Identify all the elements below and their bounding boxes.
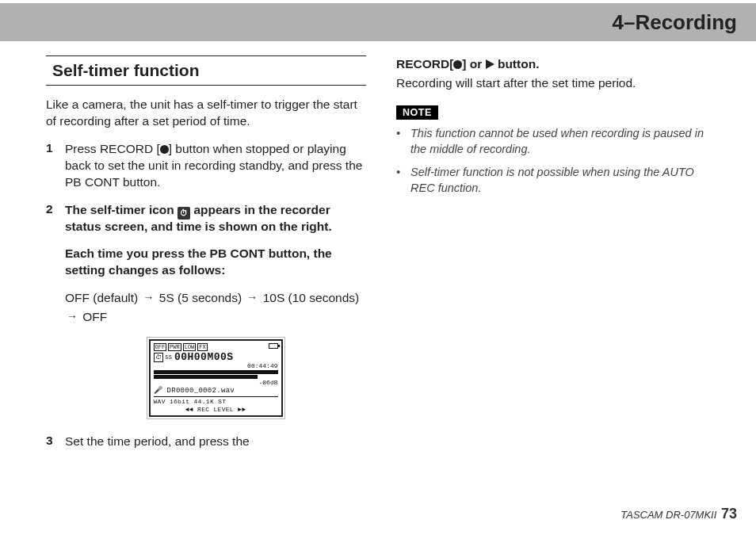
lcd-meter-r: [154, 375, 258, 379]
lcd-inner: OFF PWR LOW FX ⏱ 5S 00H00M00S: [149, 339, 283, 417]
lcd-timer-icon: ⏱: [154, 353, 163, 362]
lcd-file: 🎤 DR0000_0002.wav: [154, 387, 278, 395]
right-line-2: Recording will start after the set time …: [396, 76, 716, 90]
arrow-icon: →: [67, 308, 78, 325]
notes-list: • This function cannot be used when reco…: [396, 126, 716, 196]
section-heading: Self-timer function: [52, 61, 360, 80]
section-heading-box: Self-timer function: [46, 55, 366, 86]
steps-list: 1 Press RECORD [] button when stopped or…: [46, 141, 366, 450]
right-top: RECORD[] or button. Recording will start…: [396, 57, 716, 196]
lcd-rec-level: ◄◄ REC LEVEL ►►: [154, 405, 278, 413]
lcd-tag-pwr: PWR: [168, 343, 181, 351]
step-2-text-a: The self-timer icon: [65, 203, 178, 216]
page-content: Self-timer function Like a camera, the u…: [0, 41, 756, 461]
step-1-text-a: Press RECORD [: [65, 142, 160, 155]
right-line-1: RECORD[] or button.: [396, 57, 716, 71]
note-item-2: • Self-timer function is not possible wh…: [396, 165, 716, 196]
lcd-rec-level-label: ◄◄ REC LEVEL ►►: [185, 406, 246, 413]
step-3-body: Set the time period, and press the: [65, 434, 366, 450]
left-column: Self-timer function Like a camera, the u…: [46, 55, 366, 461]
page-footer: TASCAM DR-07MKII 73: [620, 506, 737, 522]
step-number: 1: [46, 141, 65, 191]
step-number: 2: [46, 202, 65, 422]
seq-b: 5S (5 seconds): [159, 291, 242, 304]
lcd-tag-low: LOW: [183, 343, 197, 351]
note-item-1: • This function cannot be used when reco…: [396, 126, 716, 157]
bullet-icon: •: [396, 165, 410, 196]
play-icon: [486, 59, 494, 69]
lcd-bottom: WAV 16bit 44.1K ST: [154, 397, 278, 405]
chapter-title: 4–Recording: [613, 10, 738, 35]
self-timer-icon: ⏱: [178, 207, 190, 220]
step-1: 1 Press RECORD [] button when stopped or…: [46, 141, 366, 191]
lcd-file-name: DR0000_0002.wav: [167, 387, 235, 395]
step-1-body: Press RECORD [] button when stopped or p…: [65, 141, 366, 191]
step-2-extra: Each time you press the PB CONT button, …: [65, 246, 366, 279]
right-line1-a: RECORD[: [396, 57, 453, 71]
lcd-screenshot: OFF PWR LOW FX ⏱ 5S 00H00M00S: [147, 337, 285, 419]
seq-c: 10S (10 seconds): [263, 291, 360, 304]
lcd-top-tags: OFF PWR LOW FX: [154, 343, 278, 351]
seq-d: OFF: [82, 310, 107, 323]
step-2-body: The self-timer icon ⏱ appears in the rec…: [65, 202, 366, 422]
battery-icon: [269, 343, 278, 349]
lcd-format: WAV 16bit 44.1K ST: [154, 398, 227, 405]
lcd-bottom-wrap: WAV 16bit 44.1K ST ◄◄ REC LEVEL ►►: [154, 396, 278, 413]
lcd-tag-fx: FX: [197, 343, 207, 351]
record-circle-icon: [160, 145, 169, 154]
step-2: 2 The self-timer icon ⏱ appears in the r…: [46, 202, 366, 422]
bullet-icon: •: [396, 126, 410, 157]
lcd-tag-off: OFF: [154, 343, 167, 351]
note-1-text: This function cannot be used when record…: [410, 126, 716, 157]
lcd-time-big: 00H00M00S: [174, 352, 234, 364]
right-column: RECORD[] or button. Recording will start…: [396, 55, 716, 461]
lcd-db: -06dB: [154, 379, 278, 386]
lcd-5s: 5S: [166, 354, 172, 361]
right-line1-b: ] or: [462, 57, 485, 71]
step-number: 3: [46, 434, 65, 450]
section-intro: Like a camera, the unit has a self-timer…: [46, 97, 366, 130]
chapter-header-band: 4–Recording: [0, 3, 756, 41]
right-line1-c: button.: [494, 57, 540, 71]
record-circle-icon: [453, 60, 462, 69]
step-2-sequence: OFF (default) → 5S (5 seconds) → 10S (10…: [65, 289, 366, 326]
lcd-meter-l: [154, 370, 278, 374]
arrow-icon: →: [143, 289, 154, 306]
seq-a: OFF (default): [65, 291, 138, 304]
note-label: NOTE: [396, 105, 438, 120]
arrow-icon: →: [246, 289, 258, 306]
page-number: 73: [721, 506, 737, 522]
model-name: TASCAM DR-07MKII: [620, 509, 716, 521]
step-3: 3 Set the time period, and press the: [46, 434, 366, 450]
note-2-text: Self-timer function is not possible when…: [410, 165, 716, 196]
